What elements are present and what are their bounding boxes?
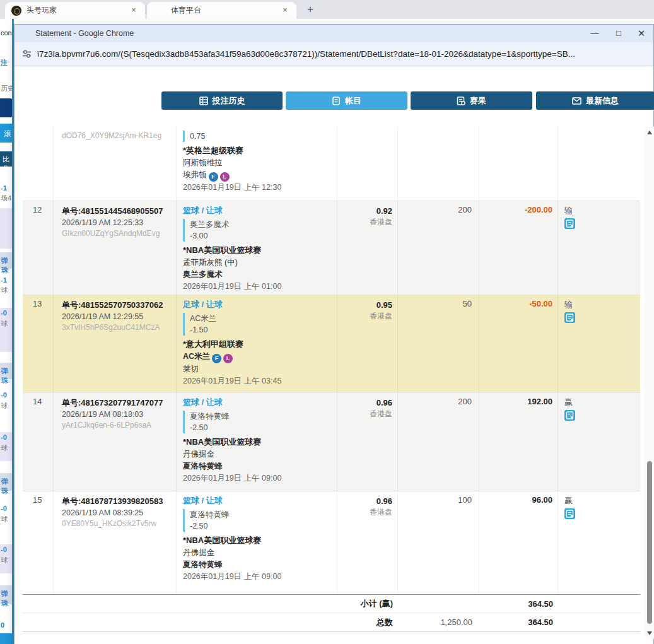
stake-value: 200	[398, 393, 479, 491]
winloss-value: -50.00	[479, 295, 558, 392]
odds-type: 香港盘	[337, 507, 392, 518]
live-badge: L	[223, 354, 233, 363]
table-row: 12 单号:481551445468905507 2026/1/19 AM 12…	[23, 201, 640, 295]
table-row: 15 单号:481678713939820583 2026/1/19 AM 08…	[23, 491, 640, 594]
bet-history-icon	[199, 97, 208, 105]
placed-time: 2026/1/19 AM 12:29:55	[62, 311, 172, 322]
stake-value: 100	[398, 491, 479, 594]
home-team: AC米兰FL	[183, 351, 332, 363]
strip-fragment: 注	[1, 58, 13, 67]
occluded-page-strip: con 注 历史 滚 比分 -1 场4 弹珠 -1 球 -0 球 弹珠 -0 球…	[0, 19, 14, 644]
statement-icon	[332, 97, 341, 105]
match-time: 2026年01月19日 上午 01:00	[183, 281, 332, 293]
strip-fragment: 球	[1, 401, 13, 411]
minimize-icon[interactable]: —	[585, 25, 604, 42]
tab-divider	[146, 5, 146, 15]
row-number: 15	[23, 491, 54, 594]
strip-header: 弹珠	[0, 363, 13, 379]
order-number: 单号:481673207791747077	[62, 397, 172, 409]
subtotal-label: 小计 (赢)	[23, 598, 398, 609]
league-name: *NBA美国职业篮球赛	[183, 244, 332, 257]
bet-type-link[interactable]: 篮球 / 让球	[183, 495, 223, 506]
result-label: 输	[564, 299, 640, 310]
handicap-value: -2.50	[190, 520, 332, 532]
row-number: 12	[23, 201, 54, 295]
nav-button-label: 投注历史	[213, 95, 245, 107]
new-tab-button[interactable]: +	[303, 2, 318, 17]
tab-label: 头号玩家	[26, 5, 57, 16]
odds-value: 0.92	[337, 205, 392, 217]
nav-results-button[interactable]: 赛果	[411, 91, 532, 110]
table-row-selected: 13 单号:481552570750337062 2026/1/19 AM 12…	[23, 295, 640, 393]
bet-slip-icon[interactable]	[564, 410, 575, 421]
strip-header: 弹珠	[0, 473, 13, 491]
bet-slip-icon[interactable]	[564, 508, 575, 519]
tab-close-icon[interactable]: ×	[280, 5, 290, 15]
bet-type-link[interactable]: 篮球 / 让球	[183, 397, 223, 408]
away-team: 夏洛特黄蜂	[183, 460, 332, 472]
total-row: 总数 1,250.00 364.50	[23, 613, 640, 632]
league-name: *NBA美国职业篮球赛	[183, 436, 332, 448]
subtotal-row: 小计 (赢) 364.50	[23, 594, 640, 613]
total-label: 总数	[23, 617, 398, 628]
table-row: 14 单号:481673207791747077 2026/1/19 AM 08…	[23, 393, 640, 491]
league-name: *NBA美国职业篮球赛	[183, 534, 332, 547]
table-row: dOD76_X0Y9M2sjAm-KR1eg 0.75 *英格兰超级联赛 阿斯顿…	[23, 127, 640, 201]
maximize-icon[interactable]: □	[609, 25, 628, 42]
url-bar[interactable]: i7z3ia.bpvmr7u6.com/(S(Tesqedix3adb8453a…	[15, 42, 653, 66]
tab-close-icon[interactable]: ×	[129, 5, 139, 15]
bet-slip-icon[interactable]	[564, 312, 575, 323]
row-number: 14	[23, 393, 54, 491]
site-settings-icon[interactable]	[22, 49, 32, 59]
league-name: *意大利甲组联赛	[183, 338, 332, 351]
picked-team: 奥兰多魔术	[190, 219, 332, 230]
scrollbar-thumb[interactable]	[647, 461, 652, 624]
browser-tab-bar: 头号玩家 × 体育平台 × +	[0, 0, 654, 19]
strip-fragment: 球	[1, 286, 13, 295]
nav-button-label: 帐目	[345, 95, 361, 107]
scroll-down-icon[interactable]	[645, 629, 654, 638]
handicap-value: -1.50	[190, 324, 332, 336]
odds-value: 0.95	[337, 299, 392, 311]
window-title-bar[interactable]: Statement - Google Chrome — □ ✕	[15, 25, 653, 42]
picked-team: 夏洛特黄蜂	[190, 411, 332, 422]
strip-fragment: -0	[1, 309, 13, 317]
total-stake: 1,250.00	[398, 618, 479, 627]
order-number: 单号:481552570750337062	[62, 299, 172, 311]
strip-fragment: -0	[1, 433, 13, 441]
first-half-badge: F	[212, 354, 221, 363]
bet-type-link[interactable]: 足球 / 让球	[183, 299, 223, 310]
tab-sports-platform[interactable]: 体育平台 ×	[147, 2, 296, 19]
odds-type: 香港盘	[337, 311, 392, 322]
nav-bet-history-button[interactable]: 投注历史	[161, 91, 283, 110]
transaction-ref: yAr1CJkq6en-6-6LPp6saA	[62, 420, 172, 431]
bet-type-link[interactable]: 篮球 / 让球	[183, 205, 223, 216]
home-team: 阿斯顿维拉	[183, 157, 332, 169]
match-time: 2026年01月19日 上午 03:45	[183, 375, 332, 387]
scroll-up-icon[interactable]	[645, 128, 654, 137]
tab-touhao-wanjia[interactable]: 头号玩家 ×	[5, 2, 145, 19]
tab-label: 体育平台	[171, 5, 201, 16]
handicap-value: 0.75	[190, 131, 332, 142]
nav-button-label: 最新信息	[586, 95, 619, 107]
strip-block	[0, 633, 13, 644]
match-time: 2026年01月19日 上午 09:00	[183, 472, 332, 484]
strip-fragment: con	[1, 29, 13, 37]
stake-value: 200	[398, 201, 479, 295]
strip-block: 滚	[0, 124, 13, 143]
close-icon[interactable]: ✕	[632, 25, 651, 42]
strip-fragment: -1	[1, 184, 13, 192]
bet-slip-icon[interactable]	[564, 218, 575, 229]
nav-latest-news-button[interactable]: 最新信息	[536, 91, 654, 110]
away-team: 埃弗顿FL	[183, 169, 332, 182]
placed-time: 2026/1/19 AM 08:39:25	[62, 507, 172, 518]
result-label: 输	[564, 205, 640, 216]
nav-statement-button[interactable]: 帐目	[286, 91, 407, 110]
placed-time: 2026/1/19 AM 08:18:03	[62, 409, 172, 420]
strip-fragment: -1	[1, 276, 13, 284]
result-label: 赢	[564, 397, 640, 408]
strip-fragment: 场4	[1, 194, 13, 203]
vertical-scrollbar[interactable]	[645, 127, 654, 639]
strip-header: 弹珠	[0, 252, 13, 269]
match-time: 2026年01月19日 上午 12:30	[183, 182, 332, 194]
